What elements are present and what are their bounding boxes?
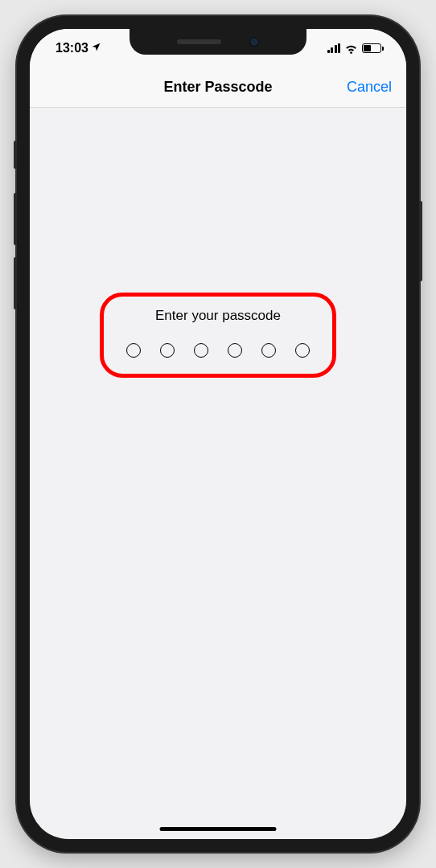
power-button bbox=[419, 201, 422, 281]
screen: 13:03 E bbox=[30, 29, 406, 839]
phone-device-frame: 13:03 E bbox=[17, 16, 419, 852]
passcode-dot bbox=[261, 343, 276, 358]
status-bar-left: 13:03 bbox=[56, 41, 101, 55]
passcode-dot bbox=[194, 343, 208, 358]
front-camera bbox=[249, 37, 259, 47]
location-arrow-icon bbox=[91, 42, 101, 55]
passcode-dot bbox=[126, 343, 141, 358]
passcode-dot bbox=[295, 343, 310, 358]
navigation-bar: Enter Passcode Cancel bbox=[30, 68, 406, 108]
speaker-grille bbox=[177, 39, 221, 44]
passcode-dot bbox=[160, 343, 175, 358]
page-title: Enter Passcode bbox=[163, 79, 272, 96]
passcode-dot bbox=[228, 343, 242, 358]
passcode-input[interactable] bbox=[126, 343, 310, 358]
notch bbox=[130, 29, 306, 55]
silent-switch bbox=[14, 141, 17, 169]
home-indicator[interactable] bbox=[160, 827, 277, 831]
content-area: Enter your passcode bbox=[30, 108, 406, 378]
passcode-prompt: Enter your passcode bbox=[155, 308, 281, 324]
cellular-signal-icon bbox=[327, 43, 341, 53]
status-time: 13:03 bbox=[56, 41, 88, 55]
battery-icon bbox=[362, 43, 384, 53]
cancel-button[interactable]: Cancel bbox=[347, 79, 392, 96]
volume-down-button bbox=[14, 257, 17, 309]
volume-up-button bbox=[14, 193, 17, 245]
wifi-icon bbox=[344, 43, 358, 54]
annotation-highlight: Enter your passcode bbox=[100, 293, 336, 378]
status-bar-right bbox=[327, 43, 385, 54]
